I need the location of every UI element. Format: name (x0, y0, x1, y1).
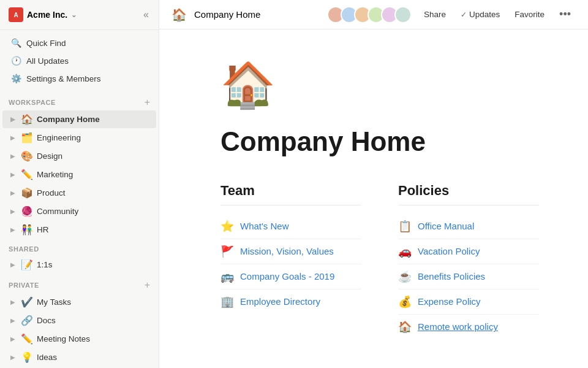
topbar-page-icon: 🏠 (172, 7, 187, 22)
directory-link: Employee Directory (240, 296, 320, 307)
team-section: Team ⭐ What's New 🚩 Mission, Vision, Val… (221, 183, 361, 339)
star-icon: ⭐ (221, 220, 234, 233)
meeting-notes-label: Meeting Notes (37, 334, 90, 343)
shared-section-label: SHARED (0, 239, 159, 255)
1-1s-label: 1:1s (37, 260, 53, 269)
expand-arrow-icon: ▶ (9, 208, 17, 215)
expand-arrow-icon: ▶ (9, 317, 17, 324)
list-item[interactable]: 🏢 Employee Directory (221, 289, 361, 314)
whats-new-link: What's New (240, 221, 289, 231)
expand-arrow-icon: ▶ (9, 134, 17, 141)
marketing-label: Marketing (37, 170, 73, 179)
topbar-actions: Share ✓ Updates Favorite ••• (419, 6, 576, 23)
my-tasks-emoji: ✔️ (21, 296, 33, 308)
workspace-add-button[interactable]: + (145, 98, 150, 107)
favorite-button[interactable]: Favorite (510, 7, 549, 21)
list-item[interactable]: ⭐ What's New (221, 214, 361, 239)
expand-arrow-icon: ▶ (9, 354, 17, 361)
sidebar-item-product[interactable]: ▶ 📦 Product (2, 184, 156, 202)
shared-items: ▶ 📝 1:1s (0, 255, 159, 274)
policies-heading: Policies (398, 183, 539, 205)
main-area: 🏠 Company Home Share ✓ Updates Favorite … (159, 0, 588, 368)
list-item[interactable]: 🚌 Company Goals - 2019 (221, 264, 361, 289)
sidebar-collapse-button[interactable]: « (142, 8, 150, 21)
expand-arrow-icon: ▶ (9, 226, 17, 233)
engineering-emoji: 🗂️ (21, 132, 33, 144)
updates-button[interactable]: ✓ Updates (456, 7, 505, 21)
expand-arrow-icon: ▶ (9, 116, 17, 123)
team-list: ⭐ What's New 🚩 Mission, Vision, Values 🚌… (221, 214, 361, 314)
more-options-button[interactable]: ••• (554, 6, 576, 23)
sidebar-item-docs[interactable]: ▶ 🔗 Docs (2, 312, 156, 329)
sidebar-item-hr[interactable]: ▶ 👫 HR (2, 221, 156, 239)
clock-icon: 🕐 (11, 56, 21, 66)
vacation-policy-link: Vacation Policy (418, 246, 480, 256)
my-tasks-label: My Tasks (37, 297, 71, 307)
car-icon: 🚗 (398, 245, 412, 258)
sidebar-item-company-home[interactable]: ▶ 🏠 Company Home (2, 110, 156, 128)
benefits-link: Benefits Policies (418, 271, 485, 282)
list-item[interactable]: ☕ Benefits Policies (398, 264, 539, 289)
sidebar-item-meeting-notes[interactable]: ▶ ✏️ Meeting Notes (2, 330, 156, 348)
building-icon: 🏢 (221, 295, 234, 309)
expand-arrow-icon: ▶ (9, 299, 17, 305)
sidebar-item-1-1s[interactable]: ▶ 📝 1:1s (2, 256, 156, 274)
team-heading: Team (221, 183, 361, 205)
goals-link: Company Goals - 2019 (240, 271, 334, 282)
search-icon: 🔍 (11, 38, 21, 48)
private-items: ▶ ✔️ My Tasks ▶ 🔗 Docs ▶ ✏️ Meeting Note… (0, 293, 159, 368)
sidebar-item-marketing[interactable]: ▶ ✏️ Marketing (2, 166, 156, 183)
quick-find-label: Quick Find (26, 39, 66, 48)
topbar-page-title: Company Home (194, 9, 323, 20)
hr-emoji: 👫 (21, 224, 33, 236)
settings-label: Settings & Members (26, 74, 101, 83)
list-item[interactable]: 🚗 Vacation Policy (398, 239, 539, 264)
house-icon: 🏠 (398, 320, 412, 334)
marketing-emoji: ✏️ (21, 169, 33, 180)
list-item[interactable]: 🏠 Remote work policy (398, 315, 539, 339)
product-emoji: 📦 (21, 187, 33, 199)
sidebar-item-engineering[interactable]: ▶ 🗂️ Engineering (2, 129, 156, 147)
remote-work-link: Remote work policy (418, 321, 498, 332)
sidebar-header: A Acme Inc. ⌄ « (0, 0, 159, 30)
clipboard-icon: 📋 (398, 220, 412, 233)
settings-item[interactable]: ⚙️ Settings & Members (2, 70, 156, 87)
list-item[interactable]: 🚩 Mission, Vision, Values (221, 239, 361, 264)
topbar-avatars (331, 6, 412, 23)
updates-label: Updates (469, 10, 500, 19)
expense-link: Expense Policy (418, 296, 481, 307)
docs-label: Docs (37, 316, 56, 325)
sidebar-item-ideas[interactable]: ▶ 💡 Ideas (2, 348, 156, 366)
list-item[interactable]: 📋 Office Manual (398, 214, 539, 239)
page-title: Company Home (221, 126, 539, 158)
community-label: Community (37, 207, 78, 216)
workspace-name[interactable]: A Acme Inc. ⌄ (9, 7, 77, 22)
office-manual-link: Office Manual (418, 221, 474, 231)
design-emoji: 🎨 (21, 150, 33, 162)
private-section-label: PRIVATE + (0, 274, 159, 293)
quick-find-item[interactable]: 🔍 Quick Find (2, 34, 156, 52)
1-1s-emoji: 📝 (21, 259, 33, 270)
meeting-notes-emoji: ✏️ (21, 333, 33, 345)
coffee-icon: ☕ (398, 270, 412, 283)
expand-arrow-icon: ▶ (9, 153, 17, 159)
share-button[interactable]: Share (419, 7, 451, 21)
avatar-6 (394, 6, 412, 23)
policies-section: Policies 📋 Office Manual 🚗 Vacation Poli… (398, 183, 539, 339)
content-area: 🏠 Company Home Team ⭐ What's New 🚩 Missi… (159, 29, 588, 368)
sidebar-item-my-tasks[interactable]: ▶ ✔️ My Tasks (2, 293, 156, 311)
flag-icon: 🚩 (221, 245, 234, 258)
private-add-button[interactable]: + (145, 280, 150, 290)
bus-icon: 🚌 (221, 270, 234, 283)
community-emoji: 🧶 (21, 205, 33, 217)
hr-label: HR (37, 225, 49, 234)
list-item[interactable]: 💰 Expense Policy (398, 289, 539, 315)
all-updates-item[interactable]: 🕐 All Updates (2, 52, 156, 69)
sections-row: Team ⭐ What's New 🚩 Mission, Vision, Val… (221, 183, 539, 339)
sidebar-item-design[interactable]: ▶ 🎨 Design (2, 147, 156, 165)
page-hero-icon: 🏠 (221, 59, 539, 111)
mission-link: Mission, Vision, Values (240, 246, 334, 256)
all-updates-label: All Updates (26, 56, 69, 66)
check-icon: ✓ (461, 10, 467, 19)
sidebar-item-community[interactable]: ▶ 🧶 Community (2, 202, 156, 220)
